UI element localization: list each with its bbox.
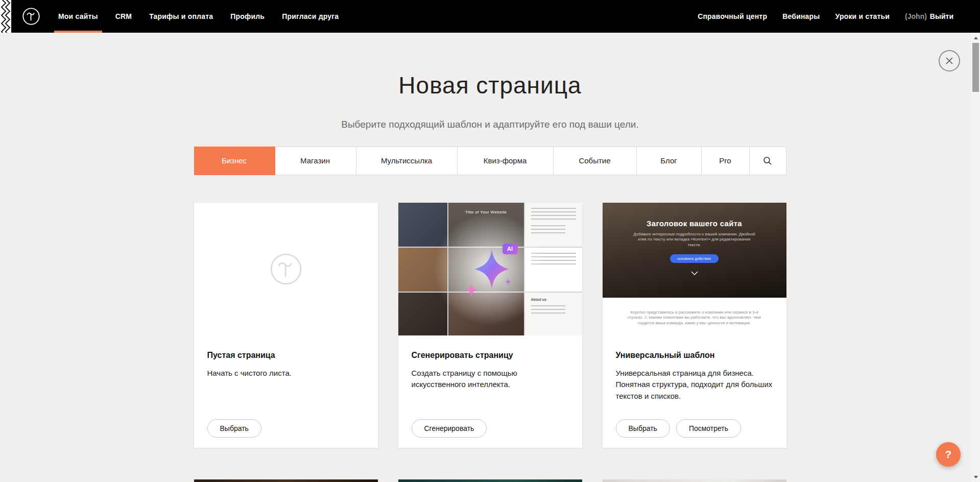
preview-cta-button: основное действие bbox=[670, 254, 719, 263]
card-blank-page: Пустая страница Начать с чистого листа. … bbox=[194, 203, 378, 448]
tab-blog[interactable]: Блог bbox=[637, 147, 702, 175]
card-title: Сгенерировать страницу bbox=[412, 351, 569, 360]
card-title: Универсальный шаблон bbox=[616, 351, 773, 360]
user-name: (John) bbox=[905, 12, 927, 20]
help-button[interactable]: ? bbox=[936, 442, 961, 467]
nav-item-pricing[interactable]: Тарифы и оплата bbox=[149, 0, 213, 33]
universal-template-preview: Заголовок вашего сайта Добавьте интересн… bbox=[603, 203, 786, 335]
ai-preview-collage: Title of Your Website About us bbox=[398, 203, 582, 335]
template-category-tabs: Бизнес Магазин Мультиссылка Квиз-форма С… bbox=[194, 147, 786, 175]
zigzag-decoration bbox=[0, 0, 11, 33]
sparkle-tiny-icon bbox=[505, 278, 512, 285]
tilda-watermark-icon bbox=[268, 251, 304, 287]
arrow-down-icon bbox=[974, 476, 978, 478]
top-navigation-bar: Мои сайты CRM Тарифы и оплата Профиль Пр… bbox=[0, 0, 980, 33]
card-title: Пустая страница bbox=[207, 351, 365, 360]
template-card[interactable] bbox=[603, 479, 786, 482]
card-description: Начать с чистого листа. bbox=[207, 368, 365, 379]
template-card[interactable] bbox=[194, 479, 378, 482]
tab-business[interactable]: Бизнес bbox=[195, 147, 275, 175]
arrow-up-icon bbox=[974, 37, 978, 39]
template-grid: Пустая страница Начать с чистого листа. … bbox=[194, 203, 786, 448]
nav-item-crm[interactable]: CRM bbox=[115, 0, 132, 33]
card-description: Создать страницу с помощью искусственног… bbox=[412, 368, 569, 391]
card-generate-ai: Title of Your Website About us bbox=[398, 203, 582, 448]
tab-quiz-form[interactable]: Квиз-форма bbox=[458, 147, 554, 175]
secondary-nav: Справочный центр Вебинары Уроки и статьи… bbox=[698, 12, 980, 20]
tab-event[interactable]: Событие bbox=[554, 147, 637, 175]
tab-multilink[interactable]: Мультиссылка bbox=[356, 147, 458, 175]
nav-item-webinars[interactable]: Вебинары bbox=[782, 12, 820, 20]
preview-section-label: About us bbox=[531, 298, 576, 301]
preview-heading: Заголовок вашего сайта bbox=[647, 219, 742, 228]
tab-pro[interactable]: Pro bbox=[702, 147, 750, 175]
tilda-logo[interactable] bbox=[21, 7, 41, 26]
nav-item-my-sites[interactable]: Мои сайты bbox=[58, 0, 98, 33]
template-card[interactable] bbox=[398, 479, 582, 482]
nav-item-lessons[interactable]: Уроки и статьи bbox=[835, 12, 890, 20]
generate-button[interactable]: Сгенерировать bbox=[412, 419, 487, 438]
choose-template-button[interactable]: Выбрать bbox=[616, 419, 670, 438]
user-session: (John) Выйти bbox=[905, 12, 953, 20]
scrollbar[interactable] bbox=[971, 33, 980, 482]
new-page-modal: Новая страница Выберите подходящий шабло… bbox=[194, 0, 786, 482]
blank-page-preview bbox=[194, 203, 378, 335]
nav-item-profile[interactable]: Профиль bbox=[230, 0, 265, 33]
ai-badge: AI bbox=[503, 244, 518, 254]
tab-shop[interactable]: Магазин bbox=[275, 147, 356, 175]
preview-site-title: Title of Your Website bbox=[465, 210, 507, 214]
nav-item-help-center[interactable]: Справочный центр bbox=[698, 12, 767, 20]
primary-nav: Мои сайты CRM Тарифы и оплата Профиль Пр… bbox=[58, 0, 339, 33]
sparkle-small-icon bbox=[465, 283, 478, 297]
preview-subtext: Добавьте интересные подробности о вашей … bbox=[633, 232, 756, 248]
preview-template-button[interactable]: Посмотреть bbox=[676, 419, 741, 438]
logout-link[interactable]: Выйти bbox=[930, 12, 953, 20]
nav-item-invite-friend[interactable]: Пригласи друга bbox=[282, 0, 339, 33]
close-button[interactable] bbox=[939, 50, 960, 71]
choose-blank-button[interactable]: Выбрать bbox=[207, 419, 261, 438]
page-subtitle: Выберите подходящий шаблон и адаптируйте… bbox=[194, 119, 786, 130]
card-universal-template: Заголовок вашего сайта Добавьте интересн… bbox=[603, 203, 786, 448]
page-title: Новая страница bbox=[194, 73, 786, 99]
chevron-down-icon bbox=[691, 271, 698, 275]
tab-search[interactable] bbox=[750, 147, 786, 175]
close-icon bbox=[945, 57, 953, 65]
scrollbar-down-button[interactable] bbox=[971, 473, 980, 481]
card-description: Универсальная страница для бизнеса. Поня… bbox=[616, 368, 773, 402]
preview-body-text: Коротко представьтесь и расскажите о ком… bbox=[625, 310, 764, 326]
search-icon bbox=[763, 156, 772, 165]
template-grid-row-2 bbox=[194, 479, 786, 482]
scrollbar-thumb[interactable] bbox=[972, 43, 979, 92]
scrollbar-up-button[interactable] bbox=[971, 34, 980, 42]
